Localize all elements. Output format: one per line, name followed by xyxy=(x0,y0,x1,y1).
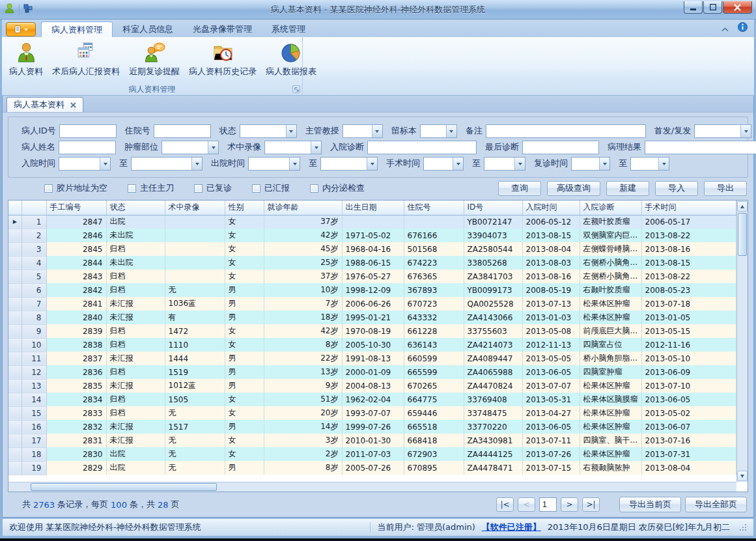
scroll-up-icon[interactable] xyxy=(737,201,748,212)
chevron-down-icon[interactable] xyxy=(286,125,296,137)
checkbox-chief-surgeon[interactable]: 主任主刀 xyxy=(128,182,174,194)
group-dialog-launcher-icon[interactable] xyxy=(292,85,300,93)
column-header[interactable]: 出生日期 xyxy=(342,201,404,215)
quick-access-icon[interactable] xyxy=(23,3,34,16)
table-row[interactable]: 102838归档1110女8岁2005-10-30636143ZA4214073… xyxy=(8,338,736,352)
next-page-button[interactable]: > xyxy=(561,497,578,512)
checkbox-film-address-empty[interactable]: 胶片地址为空 xyxy=(44,182,107,194)
checkbox-icon[interactable] xyxy=(310,184,318,193)
table-row[interactable]: 182830出院无女2岁2011-07-03672903ZA4444125201… xyxy=(8,447,736,461)
tumor-site-combo[interactable] xyxy=(161,141,219,154)
chevron-down-icon[interactable] xyxy=(453,158,463,170)
new-button[interactable]: 新建 xyxy=(606,181,649,196)
export-button[interactable]: 导出 xyxy=(704,181,747,196)
column-header[interactable]: 就诊年龄 xyxy=(264,201,342,215)
patient-report-button[interactable]: 病人数据报表 xyxy=(261,40,321,79)
column-header[interactable]: 入院时间 xyxy=(522,201,580,215)
revisit-time-to-combo[interactable] xyxy=(630,157,669,171)
table-row[interactable]: 52843归档女37岁1976-05-27676365ZA38417032013… xyxy=(8,270,736,283)
chevron-down-icon[interactable] xyxy=(740,125,751,137)
column-header[interactable]: ID号 xyxy=(464,201,522,215)
discharge-time-from-combo[interactable] xyxy=(248,157,300,171)
table-row[interactable]: 142834归档1505女51岁1962-02-0466477533769408… xyxy=(8,393,736,406)
column-header[interactable]: 入院诊断 xyxy=(580,201,641,215)
close-button[interactable] xyxy=(723,1,752,14)
ribbon-tab-patient-management[interactable]: 病人资料管理 xyxy=(41,21,113,37)
professor-combo[interactable] xyxy=(343,124,383,138)
chevron-down-icon[interactable] xyxy=(367,158,377,170)
patient-name-input[interactable] xyxy=(59,141,116,154)
first-page-button[interactable]: |< xyxy=(496,497,514,512)
scroll-down-icon[interactable] xyxy=(737,471,748,481)
admit-time-from-combo[interactable] xyxy=(59,157,111,171)
column-header[interactable]: 手术时间 xyxy=(641,201,736,215)
document-tab-patient-basic[interactable]: 病人基本资料 xyxy=(7,97,83,112)
column-header[interactable]: 术中录像 xyxy=(165,201,225,215)
surgery-time-to-combo[interactable] xyxy=(484,157,525,171)
table-row[interactable]: 192829出院无男8岁2005-07-26670895ZA4478471201… xyxy=(8,461,736,475)
chevron-down-icon[interactable] xyxy=(599,158,609,170)
admit-time-to-combo[interactable] xyxy=(131,157,203,171)
export-all-pages-button[interactable]: 导出全部页 xyxy=(685,497,747,512)
table-row[interactable]: 22846未出院女42岁1971-05-02676166339040732013… xyxy=(8,229,736,242)
chevron-down-icon[interactable] xyxy=(191,158,202,170)
ribbon-tab-system[interactable]: 系统管理 xyxy=(262,21,315,37)
checkbox-icon[interactable] xyxy=(44,184,53,193)
table-row[interactable]: 172831未汇报无女3岁2010-01-30668418ZA343098120… xyxy=(8,434,736,447)
column-header[interactable]: 性别 xyxy=(225,201,264,215)
collapse-ribbon-icon[interactable] xyxy=(721,22,729,35)
checkbox-icon[interactable] xyxy=(128,184,136,193)
import-button[interactable]: 导入 xyxy=(655,181,698,196)
minimize-button[interactable] xyxy=(684,1,703,14)
checkbox-endocrine-exam[interactable]: 内分泌检查 xyxy=(310,182,365,194)
horizontal-scroll-thumb[interactable] xyxy=(31,483,217,491)
advanced-query-button[interactable]: 高级查询 xyxy=(547,181,600,196)
ribbon-tab-disc-tape[interactable]: 光盘录像带管理 xyxy=(183,21,262,37)
vertical-scroll-thumb[interactable] xyxy=(738,213,747,256)
table-row[interactable]: 92839归档1472女42岁1970-08-19661228337556032… xyxy=(8,324,736,338)
chevron-down-icon[interactable] xyxy=(289,158,300,170)
specimen-combo[interactable] xyxy=(420,124,457,138)
prev-page-button[interactable]: < xyxy=(518,497,535,512)
chevron-down-icon[interactable] xyxy=(514,158,525,170)
tab-close-icon[interactable] xyxy=(70,100,76,110)
chevron-down-icon[interactable] xyxy=(446,125,456,137)
checkbox-icon[interactable] xyxy=(252,184,260,193)
resize-grip-icon[interactable] xyxy=(739,523,747,531)
page-number-input[interactable] xyxy=(539,497,557,512)
app-logo-icon[interactable] xyxy=(4,3,15,16)
info-icon[interactable] xyxy=(738,22,748,35)
first-recurrence-combo[interactable] xyxy=(694,124,751,138)
table-row[interactable]: 62842归档无男10岁1998-12-09367893YB0099173200… xyxy=(8,283,736,297)
table-row[interactable]: 72841未汇报1036蓝男7岁2006-06-26670723QA002552… xyxy=(8,297,736,311)
discharge-time-to-combo[interactable] xyxy=(320,157,378,171)
checkbox-icon[interactable] xyxy=(194,184,203,193)
status-combo[interactable] xyxy=(240,124,297,138)
application-menu-button[interactable] xyxy=(6,22,36,36)
column-header[interactable]: 状态 xyxy=(106,201,165,215)
inpatient-no-input[interactable] xyxy=(154,124,211,138)
revisit-reminder-button[interactable]: 近期复诊提醒 xyxy=(124,40,184,79)
pathology-result-input[interactable] xyxy=(645,141,756,154)
final-diagnosis-input[interactable] xyxy=(522,141,599,154)
revisit-time-from-combo[interactable] xyxy=(571,157,610,171)
query-button[interactable]: 查询 xyxy=(498,181,541,196)
patient-history-button[interactable]: 病人资料历史记录 xyxy=(184,40,261,79)
column-header[interactable]: 手工编号 xyxy=(46,201,106,215)
register-status-link[interactable]: 【软件已注册】 xyxy=(482,521,541,533)
maximize-button[interactable] xyxy=(703,1,722,14)
checkbox-reported[interactable]: 已汇报 xyxy=(252,182,290,194)
checkbox-revisited[interactable]: 已复诊 xyxy=(194,182,232,194)
chevron-down-icon[interactable] xyxy=(311,141,321,154)
table-row[interactable]: ▶12847出院女37岁YB00721472006-05-12左额叶胶质瘤200… xyxy=(8,215,736,229)
remarks-input[interactable] xyxy=(486,124,646,138)
chevron-down-icon[interactable] xyxy=(372,125,382,137)
surgery-time-from-combo[interactable] xyxy=(423,157,464,171)
table-row[interactable]: 82840未汇报有男18岁1995-01-21643332ZA414306620… xyxy=(8,311,736,324)
table-row[interactable]: 112837未汇报1444男22岁1991-08-13660599ZA40894… xyxy=(8,352,736,365)
table-row[interactable]: 42844未出院女25岁1988-06-15674223338052682013… xyxy=(8,256,736,270)
surgery-video-combo[interactable] xyxy=(264,141,322,154)
chevron-down-icon[interactable] xyxy=(100,158,110,170)
table-row[interactable]: 32845归档女45岁1968-04-16501568ZA25805442013… xyxy=(8,242,736,256)
vertical-scrollbar[interactable] xyxy=(736,201,748,482)
